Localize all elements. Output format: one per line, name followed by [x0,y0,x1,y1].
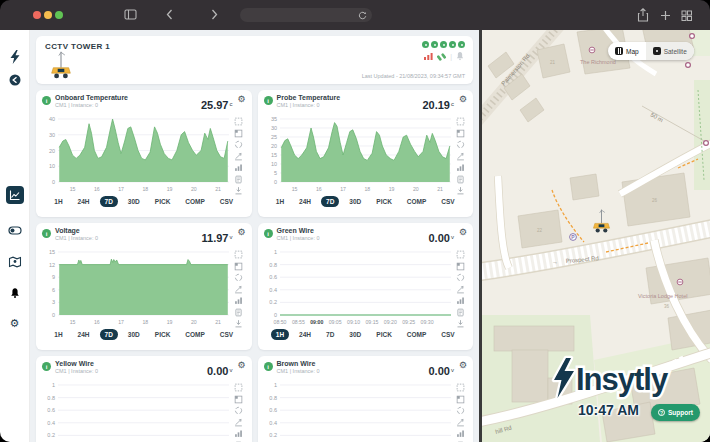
range-24h[interactable]: 24H [73,329,95,340]
range-30d[interactable]: 30D [344,196,366,207]
card-settings-gear-icon[interactable]: ⚙ [459,95,467,104]
download-icon[interactable] [234,319,243,328]
line-scale-icon[interactable] [234,152,243,161]
chart-plot[interactable]: 01020304015161718192021 [42,115,232,195]
tab-overview-icon[interactable] [681,10,692,21]
card-settings-gear-icon[interactable]: ⚙ [237,361,245,370]
info-icon[interactable]: i [42,229,51,238]
download-icon[interactable] [456,319,465,328]
area-select-icon[interactable] [234,117,243,126]
range-csv[interactable]: CSV [436,196,459,207]
range-1h[interactable]: 1H [271,329,289,340]
info-icon[interactable]: i [264,96,273,105]
info-icon[interactable]: i [42,362,51,371]
reset-zoom-icon[interactable] [234,273,243,282]
sidebar-item-charts-active[interactable] [6,186,24,204]
forward-button[interactable] [211,9,218,20]
range-pick[interactable]: PICK [371,329,397,340]
range-24h[interactable]: 24H [294,196,316,207]
reset-zoom-icon[interactable] [456,140,465,149]
range-24h[interactable]: 24H [294,329,316,340]
bar-chart-icon[interactable] [456,296,465,305]
range-csv[interactable]: CSV [215,196,238,207]
range-1h[interactable]: 1H [49,196,67,207]
url-bar[interactable] [240,8,372,22]
area-select-icon[interactable] [234,250,243,259]
sidebar-toggle-icon[interactable] [124,9,137,20]
area-select-icon[interactable] [456,117,465,126]
range-comp[interactable]: COMP [402,329,432,340]
range-7d[interactable]: 7D [100,329,118,340]
range-7d[interactable]: 7D [321,329,339,340]
box-zoom-icon[interactable] [234,129,243,138]
back-circle-icon[interactable] [9,74,21,86]
chart-plot[interactable]: 00.20.40.60.81 [42,381,232,442]
bell-icon[interactable] [9,287,21,299]
range-30d[interactable]: 30D [123,329,145,340]
box-zoom-icon[interactable] [234,262,243,271]
map-icon[interactable] [8,256,21,268]
range-pick[interactable]: PICK [150,196,176,207]
area-select-icon[interactable] [456,383,465,392]
satellite-view-button[interactable]: Satellite [646,42,694,60]
line-scale-icon[interactable] [456,152,465,161]
bar-chart-icon[interactable] [234,429,243,438]
chart-plot[interactable]: 0510152025303515161718192021 [264,115,454,195]
range-comp[interactable]: COMP [180,329,210,340]
range-24h[interactable]: 24H [73,196,95,207]
range-7d[interactable]: 7D [321,196,339,207]
minimize-button[interactable] [44,11,52,19]
range-comp[interactable]: COMP [180,196,210,207]
info-icon[interactable]: i [264,229,273,238]
line-scale-icon[interactable] [234,285,243,294]
range-1h[interactable]: 1H [271,196,289,207]
reset-zoom-icon[interactable] [456,273,465,282]
line-scale-icon[interactable] [456,285,465,294]
card-settings-gear-icon[interactable]: ⚙ [459,228,467,237]
chart-plot[interactable]: 00.20.40.60.8108:5008:5509:0009:0509:100… [264,248,454,328]
gear-icon[interactable]: ⚙ [10,318,20,329]
download-icon[interactable] [456,186,465,195]
range-pick[interactable]: PICK [371,196,397,207]
range-comp[interactable]: COMP [402,196,432,207]
new-tab-icon[interactable] [660,10,671,21]
range-csv[interactable]: CSV [436,329,459,340]
toggle-icon[interactable] [8,226,22,235]
bar-chart-icon[interactable] [456,429,465,438]
bar-chart-icon[interactable] [234,163,243,172]
area-select-icon[interactable] [456,250,465,259]
card-settings-gear-icon[interactable]: ⚙ [237,95,245,104]
card-settings-gear-icon[interactable]: ⚙ [459,361,467,370]
back-button[interactable] [166,9,173,20]
reset-zoom-icon[interactable] [234,140,243,149]
chart-plot[interactable]: 00.20.40.60.81 [264,381,454,442]
close-button[interactable] [33,11,41,19]
reset-zoom-icon[interactable] [234,406,243,415]
bar-chart-icon[interactable] [456,163,465,172]
report-icon[interactable] [456,308,465,317]
box-zoom-icon[interactable] [456,395,465,404]
map-view-button[interactable]: Map [608,42,646,60]
range-30d[interactable]: 30D [344,329,366,340]
box-zoom-icon[interactable] [234,395,243,404]
info-icon[interactable]: i [264,362,273,371]
area-select-icon[interactable] [234,383,243,392]
range-pick[interactable]: PICK [150,329,176,340]
reload-icon[interactable] [358,11,367,20]
report-icon[interactable] [234,308,243,317]
line-scale-icon[interactable] [234,418,243,427]
box-zoom-icon[interactable] [456,129,465,138]
share-icon[interactable] [637,8,649,22]
report-icon[interactable] [234,175,243,184]
chart-plot[interactable]: 0369121515161718192021 [42,248,232,328]
support-button[interactable]: ? Support [651,404,700,421]
range-csv[interactable]: CSV [215,329,238,340]
reset-zoom-icon[interactable] [456,406,465,415]
range-30d[interactable]: 30D [123,196,145,207]
line-scale-icon[interactable] [456,418,465,427]
bar-chart-icon[interactable] [234,296,243,305]
bolt-icon[interactable] [9,50,20,64]
card-settings-gear-icon[interactable]: ⚙ [237,228,245,237]
fullscreen-button[interactable] [55,11,63,19]
report-icon[interactable] [456,175,465,184]
